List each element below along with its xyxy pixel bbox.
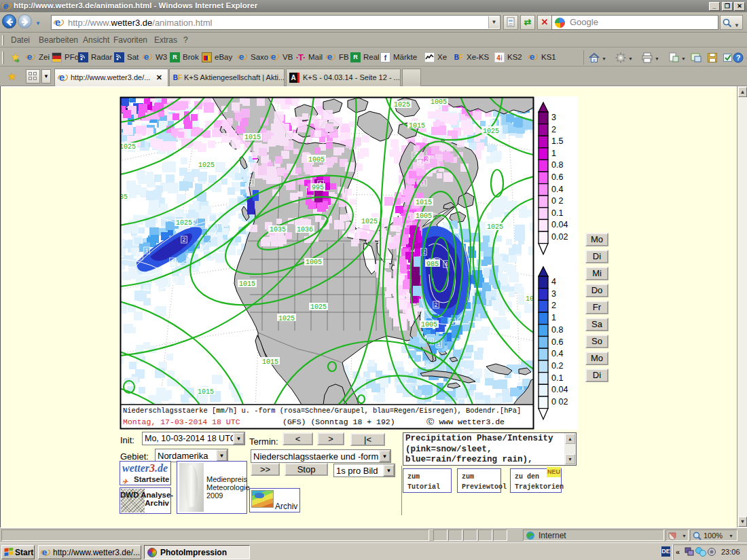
svg-text:e: e [530,52,535,62]
svg-text:e: e [27,52,33,62]
svg-text:e: e [271,52,276,62]
svg-text:e: e [42,548,48,557]
svg-text:e: e [239,52,244,62]
svg-text:?: ? [736,54,741,62]
svg-text:e: e [144,52,149,62]
svg-text:e: e [55,18,60,28]
svg-text:e: e [3,1,9,11]
svg-text:e: e [59,73,65,83]
svg-text:e: e [327,52,333,62]
